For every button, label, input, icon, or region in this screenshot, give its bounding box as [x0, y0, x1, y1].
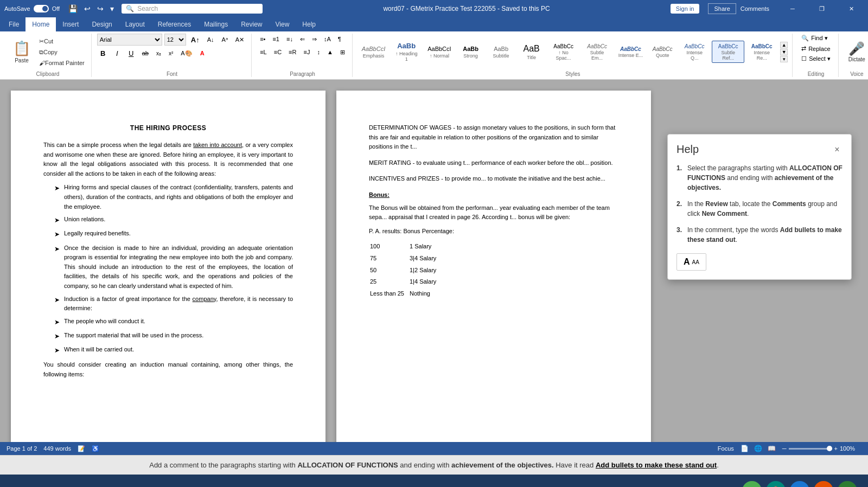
align-center-button[interactable]: ≡C [271, 47, 284, 57]
signin-button[interactable]: Sign in [671, 4, 700, 14]
align-right-button[interactable]: ≡R [286, 47, 299, 57]
styles-content: AaBbCcI Emphasis AaBb ↑ Heading 1 AaBbCc… [358, 34, 788, 70]
font-size-select[interactable]: 12 [164, 34, 186, 46]
style-emphasis[interactable]: AaBbCcI Emphasis [358, 43, 389, 60]
justify-button[interactable]: ≡J [301, 47, 312, 57]
copy-button[interactable]: ⧉ Copy [37, 48, 87, 57]
restore-button[interactable]: ❐ [809, 0, 834, 17]
style-heading1[interactable]: AaBb ↑ Heading 1 [390, 40, 423, 64]
print-layout-btn[interactable]: 📄 [738, 444, 751, 453]
view-buttons: 📄 🌐 📖 [738, 444, 778, 453]
task-btn-2[interactable]: 📍 [766, 481, 786, 487]
style-intense-re[interactable]: AaBbCc Intense Re... [745, 41, 778, 63]
tab-insert[interactable]: Insert [56, 17, 85, 31]
help-step-3: In the comment, type the words Add bulle… [676, 225, 843, 245]
help-close-button[interactable]: × [832, 144, 843, 155]
format-painter-button[interactable]: 🖌 Format Painter [37, 59, 87, 67]
italic-button[interactable]: I [111, 48, 123, 59]
zoom-slider[interactable] [789, 448, 832, 450]
instruction-link[interactable]: Add bullets to make these stand out [596, 461, 717, 469]
tab-view[interactable]: View [269, 17, 296, 31]
zoom-out-button[interactable]: ─ [782, 445, 787, 452]
show-formatting-button[interactable]: ¶ [335, 34, 344, 44]
align-left-button[interactable]: ≡L [257, 47, 270, 57]
style-quote[interactable]: AaBbCc Quote [648, 43, 677, 60]
styles-scroll-down[interactable]: ▼ [780, 49, 788, 55]
text-highlight-button[interactable]: A🎨 [178, 48, 195, 59]
task-btn-1[interactable]: ≡ [742, 481, 762, 487]
task-btn-5[interactable]: ✓ [838, 481, 857, 487]
tab-home[interactable]: Home [25, 17, 56, 31]
style-nospace[interactable]: AaBbCc ↑ No Spac... [547, 41, 580, 63]
font-grow-button[interactable]: A↑ [188, 34, 202, 45]
zoom-in-button[interactable]: + [834, 445, 838, 452]
read-mode-btn[interactable]: 📖 [765, 444, 778, 453]
redo-icon[interactable]: ↪ [95, 4, 106, 13]
font-group: Arial 12 A↑ A↓ Aᵃ A✕ B I U ab x₂ x² [93, 34, 252, 77]
select-button[interactable]: ☐ Select ▾ [798, 54, 834, 63]
tab-file[interactable]: File [2, 17, 25, 31]
increase-indent-button[interactable]: ⇒ [309, 34, 320, 44]
find-button[interactable]: 🔍 Find ▾ [798, 34, 831, 43]
help-font-button[interactable]: AAA [676, 253, 706, 271]
task-btn-3[interactable]: ⇄ [790, 481, 809, 487]
share-button[interactable]: Share [708, 3, 736, 14]
line-spacing-button[interactable]: ↕ [314, 47, 323, 57]
clear-formatting-button[interactable]: A✕ [233, 34, 247, 45]
style-intense-q[interactable]: AaBbCc Intense Q... [678, 41, 711, 63]
styles-scroll-up[interactable]: ▲ [780, 42, 788, 48]
comments-button[interactable]: Comments [741, 5, 769, 12]
bold-button[interactable]: B [97, 48, 109, 59]
style-subtle-ref[interactable]: AaBbCc Subtle Ref... [712, 41, 744, 63]
search-bar[interactable]: 🔍 Search [122, 4, 263, 14]
paragraph-label: Paragraph [257, 71, 348, 77]
superscript-button[interactable]: x² [166, 48, 176, 59]
style-title[interactable]: AaB Title [517, 41, 546, 62]
salary-row-75: 753|4 Salary [370, 253, 441, 264]
style-subtitle[interactable]: AaBb Subtitle [487, 43, 516, 60]
style-normal[interactable]: AaBbCcI ↑ Normal [424, 43, 455, 60]
bullet-item-5: ➤Induction is a factor of great importan… [54, 294, 293, 313]
tab-design[interactable]: Design [85, 17, 118, 31]
tab-mailings[interactable]: Mailings [197, 17, 234, 31]
font-family-select[interactable]: Arial [97, 34, 162, 46]
underline-button[interactable]: U [125, 48, 137, 59]
customize-icon[interactable]: ▾ [108, 4, 116, 13]
focus-label[interactable]: Focus [718, 445, 734, 452]
shading-button[interactable]: ▲ [324, 47, 336, 57]
tab-help[interactable]: Help [296, 17, 322, 31]
bullets-button[interactable]: ≡• [257, 34, 268, 44]
tab-layout[interactable]: Layout [119, 17, 151, 31]
zoom-controls: ─ + 100% [782, 445, 861, 452]
change-case-button[interactable]: Aᵃ [219, 34, 230, 45]
dictate-label: Dictate [848, 56, 865, 62]
borders-button[interactable]: ⊞ [337, 47, 348, 57]
tab-review[interactable]: Review [234, 17, 269, 31]
autosave-toggle[interactable] [34, 5, 49, 12]
web-layout-btn[interactable]: 🌐 [752, 444, 764, 453]
style-strong[interactable]: AaBb Strong [456, 43, 486, 60]
font-shrink-button[interactable]: A↓ [205, 34, 217, 45]
word-count: 449 words [43, 445, 71, 452]
close-button[interactable]: ✕ [839, 0, 864, 17]
style-subtle-em[interactable]: AaBbCc Subtle Em... [581, 41, 614, 63]
save-icon[interactable]: 💾 [66, 4, 80, 13]
style-intense-em[interactable]: AaBbCc Intense E... [615, 43, 647, 60]
replace-button[interactable]: ⇄ Replace [798, 44, 833, 53]
font-color-button[interactable]: A [197, 48, 207, 59]
style-normal-preview: AaBbCcI [427, 45, 451, 53]
numbering-button[interactable]: ≡1 [270, 34, 282, 44]
sort-button[interactable]: ↕A [321, 34, 334, 44]
dictate-button[interactable]: 🎤 Dictate [844, 39, 868, 65]
subscript-button[interactable]: x₂ [154, 48, 164, 59]
decrease-indent-button[interactable]: ⇐ [297, 34, 308, 44]
task-btn-4[interactable]: ↩ [814, 481, 833, 487]
paste-button[interactable]: 📋 Paste [9, 38, 35, 65]
styles-more[interactable]: ▾ [780, 56, 788, 62]
multilevel-list-button[interactable]: ≡↓ [284, 34, 296, 44]
cut-button[interactable]: ✂ Cut [37, 37, 87, 46]
strikethrough-button[interactable]: ab [139, 48, 151, 59]
tab-references[interactable]: References [151, 17, 197, 31]
minimize-button[interactable]: ─ [780, 0, 805, 17]
undo-icon[interactable]: ↩ [82, 4, 93, 13]
